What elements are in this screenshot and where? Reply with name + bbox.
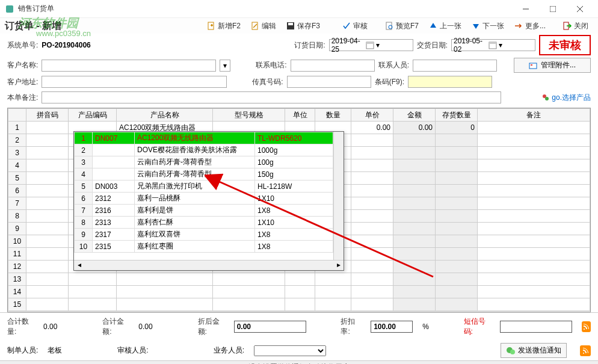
col-code[interactable]: 产品编码 [69,109,117,122]
close-toolbar-button[interactable]: 关闭 [559,20,592,32]
rss-button-2[interactable] [580,345,591,356]
popup-row[interactable]: 5DN003兄弟黑白激光打印机HL-1218W [75,180,333,193]
popup-row[interactable]: 82313嘉利杏仁酥1X10 [75,217,333,229]
svg-point-22 [510,350,515,354]
scroll-left-icon[interactable]: ◂ [74,261,84,270]
calendar-icon [489,41,497,49]
save-icon [286,21,295,31]
popup-row[interactable]: 4云南白药牙膏-薄荷香型150g [75,168,333,180]
statusbar: 没有设置微信通知自动接收用户 [0,360,598,364]
calendar-icon [366,41,374,49]
delivdate-label: 交货日期: [417,40,448,51]
fax-input[interactable] [287,76,371,88]
col-stock[interactable]: 存货数量 [436,109,478,122]
close-button[interactable] [566,0,593,18]
barcode-label: 条码(F9): [375,77,404,87]
col-remark[interactable]: 备注 [478,109,590,122]
rss-icon [582,348,588,354]
popup-row[interactable]: 2DOVE樱花甜香滋养美肤沐浴露1000g [75,144,333,156]
prev-button[interactable]: 上一张 [425,20,465,32]
popup-row[interactable]: 72316嘉利利是饼1X8 [75,205,333,217]
form-row-3: 客户地址: 传真号码: 条码(F9): [0,74,598,90]
remark-input[interactable] [42,91,501,103]
contact-label: 联系人员: [378,60,409,70]
totalqty-label: 合计数量: [7,316,34,337]
form-row-1: 系统单号: PO-201904006 订货日期: 2019-04-25▾ 交货日… [0,34,598,57]
audit-stamp: 未审核 [539,35,591,55]
popup-hscroll[interactable]: ◂ ▸ [74,260,344,270]
custname-dropdown[interactable]: ▾ [220,60,230,72]
rss-button[interactable] [582,321,591,332]
svg-rect-8 [288,23,293,25]
maximize-button[interactable] [539,0,566,18]
col-spec[interactable]: 型号规格 [213,109,285,122]
more-button[interactable]: 更多... [510,20,549,32]
popup-vscroll[interactable] [333,132,344,260]
new-icon [206,21,216,31]
audit-button[interactable]: 审核 [338,20,371,32]
rss-icon [583,324,589,330]
custaddr-input[interactable] [42,76,227,88]
edit-button[interactable]: 编辑 [247,20,280,32]
totalamt-label: 合计金额: [102,316,129,337]
svg-rect-17 [531,64,532,66]
col-price[interactable]: 单价 [351,109,393,122]
orderdate-label: 订货日期: [294,40,325,51]
totalamt-value: 0.00 [138,322,152,331]
wechat-button[interactable]: 发送微信通知 [501,343,567,358]
biz-select[interactable] [254,345,326,356]
contact-input[interactable] [413,60,497,72]
barcode-input[interactable] [408,76,492,88]
popup-table[interactable]: 1DN007AC1200双频无线路由器TL-WDR56202DOVE樱花甜香滋养… [74,132,333,253]
col-name[interactable]: 产品名称 [117,109,213,122]
grid-row[interactable]: 14 [8,286,590,298]
next-button[interactable]: 下一张 [467,20,508,32]
grid-row[interactable]: 13 [8,273,590,286]
col-qty[interactable]: 数量 [315,109,351,122]
popup-row[interactable]: 102315嘉利红枣圈1X8 [75,241,333,253]
popup-row[interactable]: 62312嘉利一品桃酥1X10 [75,193,333,205]
select-product-link[interactable]: go.选择产品 [542,93,591,103]
pct-label: % [422,322,429,331]
col-amount[interactable]: 金额 [393,109,436,122]
save-button[interactable]: 保存F3 [282,20,324,32]
preview-button[interactable]: 预览F7 [381,20,422,32]
window-title: 销售订货单 [18,4,512,14]
sms-label: 短信号码: [464,316,490,337]
svg-rect-0 [6,5,13,13]
phone-label: 联系电话: [256,60,286,70]
attach-icon [529,61,537,70]
go-icon [542,94,549,101]
delivdate-input[interactable]: 2019-05-02▾ [451,39,535,51]
wechat-icon [506,346,516,356]
edit-icon [250,21,260,31]
down-arrow-icon [471,21,481,31]
sysno-value: PO-201904006 [42,41,90,49]
svg-point-19 [545,97,549,100]
discamt-input[interactable] [234,321,306,333]
phone-input[interactable] [291,60,375,72]
custaddr-label: 客户地址: [7,77,38,87]
orderdate-input[interactable]: 2019-04-25▾ [329,39,413,51]
maker-value: 老板 [48,345,62,356]
form-row-4: 本单备注: go.选择产品 [0,90,598,105]
popup-row[interactable]: 3云南白药牙膏-薄荷香型100g [75,156,333,168]
popup-row[interactable]: 92317嘉利红双喜饼1X8 [75,229,333,241]
new-button[interactable]: 新增F2 [203,20,244,32]
scroll-right-icon[interactable]: ▸ [333,261,344,270]
product-popup: 1DN007AC1200双频无线路由器TL-WDR56202DOVE樱花甜香滋养… [73,131,344,271]
svg-rect-13 [366,42,374,44]
preview-icon [384,21,394,31]
discrate-input[interactable] [371,321,413,333]
sms-input[interactable] [500,321,572,333]
grid-row[interactable]: 15 [8,298,590,311]
popup-row[interactable]: 1DN007AC1200双频无线路由器TL-WDR5620 [75,132,333,144]
col-unit[interactable]: 单位 [285,109,315,122]
attach-button[interactable]: 管理附件... [514,58,591,73]
footer-totals: 合计数量: 0.00 合计金额: 0.00 折后金额: 折扣率: % 短信号码: [0,312,598,341]
discamt-label: 折后金额: [198,316,224,337]
col-pinyin[interactable]: 拼音码 [26,109,69,122]
minimize-button[interactable] [512,0,539,18]
custname-input[interactable] [42,60,216,72]
auditor-label: 审核人员: [117,345,148,356]
